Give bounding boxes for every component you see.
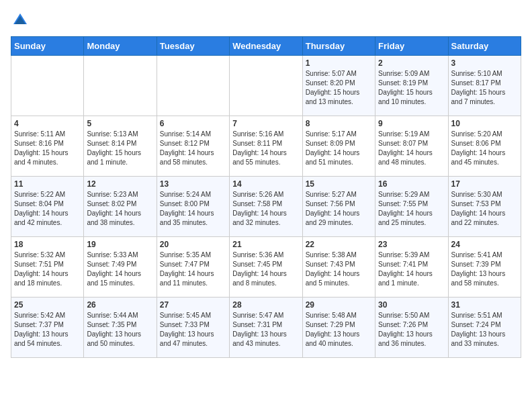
day-number: 10 [451,119,518,128]
cell-info: Sunrise: 5:30 AMSunset: 7:53 PMDaylight:… [451,191,506,226]
calendar-cell: 5 Sunrise: 5:13 AMSunset: 8:14 PMDayligh… [84,116,157,177]
calendar-cell: 10 Sunrise: 5:20 AMSunset: 8:06 PMDaylig… [448,116,521,177]
day-number: 4 [14,119,81,128]
page-header [11,11,521,30]
day-number: 11 [14,179,81,189]
day-number: 14 [232,179,299,189]
day-number: 5 [87,119,153,128]
calendar-cell: 9 Sunrise: 5:19 AMSunset: 8:07 PMDayligh… [375,116,448,177]
day-number: 24 [451,240,518,249]
calendar-week-row: 11 Sunrise: 5:22 AMSunset: 8:04 PMDaylig… [11,177,521,237]
calendar-cell: 28 Sunrise: 5:47 AMSunset: 7:31 PMDaylig… [230,298,302,358]
calendar-cell: 18 Sunrise: 5:32 AMSunset: 7:51 PMDaylig… [11,237,84,298]
col-header-wednesday: Wednesday [230,37,302,56]
day-number: 1 [306,58,372,68]
day-number: 20 [160,240,226,249]
calendar-cell: 16 Sunrise: 5:29 AMSunset: 7:55 PMDaylig… [375,177,448,237]
logo-icon [11,11,30,30]
col-header-friday: Friday [375,37,448,56]
calendar-week-row: 25 Sunrise: 5:42 AMSunset: 7:37 PMDaylig… [11,298,521,358]
calendar-table: SundayMondayTuesdayWednesdayThursdayFrid… [11,36,521,358]
day-number: 28 [232,300,299,310]
calendar-cell: 3 Sunrise: 5:10 AMSunset: 8:17 PMDayligh… [448,56,521,116]
calendar-cell: 26 Sunrise: 5:44 AMSunset: 7:35 PMDaylig… [84,298,157,358]
cell-info: Sunrise: 5:17 AMSunset: 8:09 PMDaylight:… [306,130,360,166]
cell-info: Sunrise: 5:50 AMSunset: 7:26 PMDaylight:… [378,312,433,347]
calendar-cell: 29 Sunrise: 5:48 AMSunset: 7:29 PMDaylig… [302,298,375,358]
calendar-cell: 31 Sunrise: 5:51 AMSunset: 7:24 PMDaylig… [448,298,521,358]
day-number: 17 [451,179,518,189]
day-number: 21 [232,240,299,249]
calendar-cell: 17 Sunrise: 5:30 AMSunset: 7:53 PMDaylig… [448,177,521,237]
cell-info: Sunrise: 5:41 AMSunset: 7:39 PMDaylight:… [451,251,506,287]
cell-info: Sunrise: 5:24 AMSunset: 8:00 PMDaylight:… [160,191,214,226]
col-header-thursday: Thursday [302,37,375,56]
cell-info: Sunrise: 5:13 AMSunset: 8:14 PMDaylight:… [87,130,141,166]
cell-info: Sunrise: 5:39 AMSunset: 7:41 PMDaylight:… [378,251,433,287]
cell-info: Sunrise: 5:35 AMSunset: 7:47 PMDaylight:… [160,251,214,287]
cell-info: Sunrise: 5:23 AMSunset: 8:02 PMDaylight:… [87,191,141,226]
calendar-cell [11,56,84,116]
calendar-cell: 12 Sunrise: 5:23 AMSunset: 8:02 PMDaylig… [84,177,157,237]
day-number: 19 [87,240,153,249]
calendar-cell: 22 Sunrise: 5:38 AMSunset: 7:43 PMDaylig… [302,237,375,298]
day-number: 27 [160,300,226,310]
calendar-cell: 27 Sunrise: 5:45 AMSunset: 7:33 PMDaylig… [157,298,229,358]
day-number: 16 [378,179,445,189]
logo [11,11,32,30]
calendar-cell: 21 Sunrise: 5:36 AMSunset: 7:45 PMDaylig… [230,237,302,298]
col-header-tuesday: Tuesday [157,37,229,56]
cell-info: Sunrise: 5:07 AMSunset: 8:20 PMDaylight:… [306,70,360,105]
calendar-cell: 23 Sunrise: 5:39 AMSunset: 7:41 PMDaylig… [375,237,448,298]
cell-info: Sunrise: 5:09 AMSunset: 8:19 PMDaylight:… [378,70,433,105]
cell-info: Sunrise: 5:47 AMSunset: 7:31 PMDaylight:… [232,312,287,347]
cell-info: Sunrise: 5:14 AMSunset: 8:12 PMDaylight:… [160,130,214,166]
calendar-cell: 6 Sunrise: 5:14 AMSunset: 8:12 PMDayligh… [157,116,229,177]
cell-info: Sunrise: 5:27 AMSunset: 7:56 PMDaylight:… [306,191,360,226]
day-number: 2 [378,58,445,68]
cell-info: Sunrise: 5:33 AMSunset: 7:49 PMDaylight:… [87,251,141,287]
calendar-cell [230,56,302,116]
day-number: 7 [232,119,299,128]
calendar-cell: 2 Sunrise: 5:09 AMSunset: 8:19 PMDayligh… [375,56,448,116]
calendar-cell: 1 Sunrise: 5:07 AMSunset: 8:20 PMDayligh… [302,56,375,116]
calendar-week-row: 1 Sunrise: 5:07 AMSunset: 8:20 PMDayligh… [11,56,521,116]
calendar-cell: 25 Sunrise: 5:42 AMSunset: 7:37 PMDaylig… [11,298,84,358]
cell-info: Sunrise: 5:42 AMSunset: 7:37 PMDaylight:… [14,312,69,347]
calendar-cell: 8 Sunrise: 5:17 AMSunset: 8:09 PMDayligh… [302,116,375,177]
calendar-header-row: SundayMondayTuesdayWednesdayThursdayFrid… [11,37,521,56]
cell-info: Sunrise: 5:20 AMSunset: 8:06 PMDaylight:… [451,130,506,166]
day-number: 8 [306,119,372,128]
calendar-week-row: 4 Sunrise: 5:11 AMSunset: 8:16 PMDayligh… [11,116,521,177]
calendar-cell: 30 Sunrise: 5:50 AMSunset: 7:26 PMDaylig… [375,298,448,358]
day-number: 3 [451,58,518,68]
day-number: 31 [451,300,518,310]
calendar-week-row: 18 Sunrise: 5:32 AMSunset: 7:51 PMDaylig… [11,237,521,298]
calendar-cell: 13 Sunrise: 5:24 AMSunset: 8:00 PMDaylig… [157,177,229,237]
day-number: 12 [87,179,153,189]
day-number: 30 [378,300,445,310]
cell-info: Sunrise: 5:19 AMSunset: 8:07 PMDaylight:… [378,130,433,166]
day-number: 18 [14,240,81,249]
col-header-sunday: Sunday [11,37,84,56]
day-number: 25 [14,300,81,310]
cell-info: Sunrise: 5:36 AMSunset: 7:45 PMDaylight:… [232,251,287,287]
cell-info: Sunrise: 5:44 AMSunset: 7:35 PMDaylight:… [87,312,141,347]
cell-info: Sunrise: 5:45 AMSunset: 7:33 PMDaylight:… [160,312,214,347]
cell-info: Sunrise: 5:32 AMSunset: 7:51 PMDaylight:… [14,251,69,287]
day-number: 29 [306,300,372,310]
calendar-cell: 24 Sunrise: 5:41 AMSunset: 7:39 PMDaylig… [448,237,521,298]
calendar-cell: 11 Sunrise: 5:22 AMSunset: 8:04 PMDaylig… [11,177,84,237]
col-header-saturday: Saturday [448,37,521,56]
cell-info: Sunrise: 5:10 AMSunset: 8:17 PMDaylight:… [451,70,506,105]
cell-info: Sunrise: 5:26 AMSunset: 7:58 PMDaylight:… [232,191,287,226]
cell-info: Sunrise: 5:38 AMSunset: 7:43 PMDaylight:… [306,251,360,287]
calendar-cell: 7 Sunrise: 5:16 AMSunset: 8:11 PMDayligh… [230,116,302,177]
day-number: 15 [306,179,372,189]
calendar-cell [157,56,229,116]
calendar-cell: 20 Sunrise: 5:35 AMSunset: 7:47 PMDaylig… [157,237,229,298]
cell-info: Sunrise: 5:16 AMSunset: 8:11 PMDaylight:… [232,130,287,166]
cell-info: Sunrise: 5:22 AMSunset: 8:04 PMDaylight:… [14,191,69,226]
day-number: 23 [378,240,445,249]
calendar-cell [84,56,157,116]
